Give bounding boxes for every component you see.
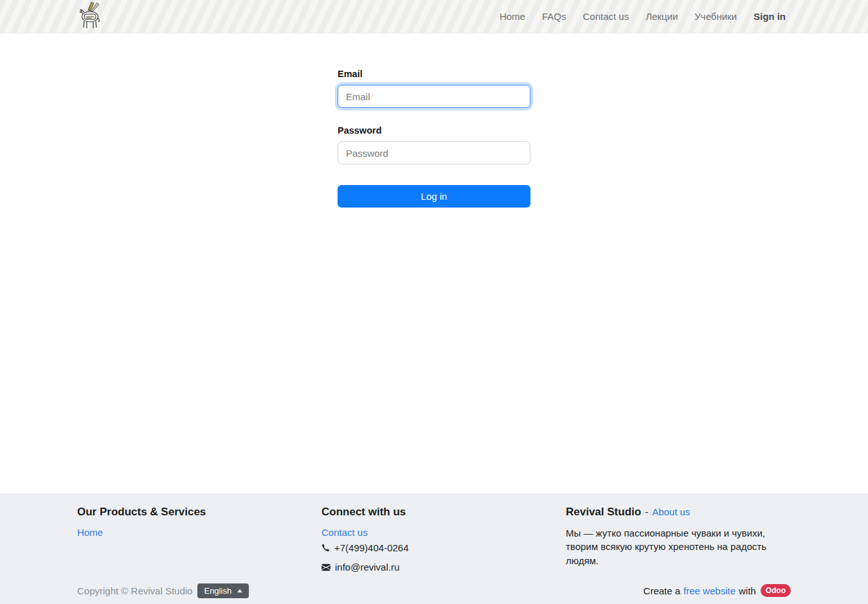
envelope-icon xyxy=(321,564,330,571)
email-address: info@revival.ru xyxy=(335,562,399,573)
email-field[interactable] xyxy=(338,85,530,108)
about-heading: Revival Studio xyxy=(566,506,641,519)
footer-about-column: Revival Studio - About us Мы — жутко пас… xyxy=(566,506,791,573)
phone-icon xyxy=(321,544,330,552)
footer-home-link[interactable]: Home xyxy=(77,527,103,538)
nav-item-sign-in[interactable]: Sign in xyxy=(745,6,791,27)
email-label: Email xyxy=(338,69,530,79)
create-prefix: Create a xyxy=(644,585,681,596)
phone-number: +7(499)404-0264 xyxy=(334,542,409,553)
main-nav: Home FAQs Contact us Лекции Учебники Sig… xyxy=(491,11,791,22)
site-footer: Our Products & Services Home Connect wit… xyxy=(0,493,868,604)
password-field[interactable] xyxy=(338,141,530,164)
copyright-text: Copyright © Revival Studio xyxy=(77,585,192,596)
nav-item-home[interactable]: Home xyxy=(491,6,534,27)
nav-item-faqs[interactable]: FAQs xyxy=(534,6,575,27)
odoo-promo: Create a free website with Odoo xyxy=(644,584,791,597)
brand-logo[interactable] xyxy=(77,1,103,32)
caret-up-icon xyxy=(237,589,242,592)
footer-products-column: Our Products & Services Home xyxy=(77,506,321,573)
nav-item-lectures[interactable]: Лекции xyxy=(637,6,686,27)
main-content: Email Password Log in xyxy=(0,33,868,493)
free-website-link[interactable]: free website xyxy=(683,585,736,596)
odoo-badge[interactable]: Odoo xyxy=(761,584,791,597)
top-navbar: Home FAQs Contact us Лекции Учебники Sig… xyxy=(0,0,868,33)
phone-line: +7(499)404-0264 xyxy=(321,542,566,553)
language-label: English xyxy=(204,586,231,596)
connect-heading: Connect with us xyxy=(321,506,566,519)
language-selector[interactable]: English xyxy=(197,583,249,598)
password-label: Password xyxy=(338,125,530,136)
about-separator: - xyxy=(645,506,648,517)
log-in-button[interactable]: Log in xyxy=(338,185,530,208)
nav-item-contact-us[interactable]: Contact us xyxy=(574,6,637,27)
login-form: Email Password Log in xyxy=(338,69,530,208)
footer-connect-column: Connect with us Contact us +7(499)404-02… xyxy=(321,506,566,573)
email-line: info@revival.ru xyxy=(321,562,566,573)
about-description: Мы — жутко пассионарные чуваки и чувихи,… xyxy=(566,526,791,567)
create-suffix: with xyxy=(739,585,756,596)
about-us-link[interactable]: About us xyxy=(652,506,690,517)
winged-cow-logo-icon xyxy=(77,1,103,32)
nav-item-textbooks[interactable]: Учебники xyxy=(686,6,745,27)
footer-contact-link[interactable]: Contact us xyxy=(321,527,566,538)
products-heading: Our Products & Services xyxy=(77,506,321,519)
